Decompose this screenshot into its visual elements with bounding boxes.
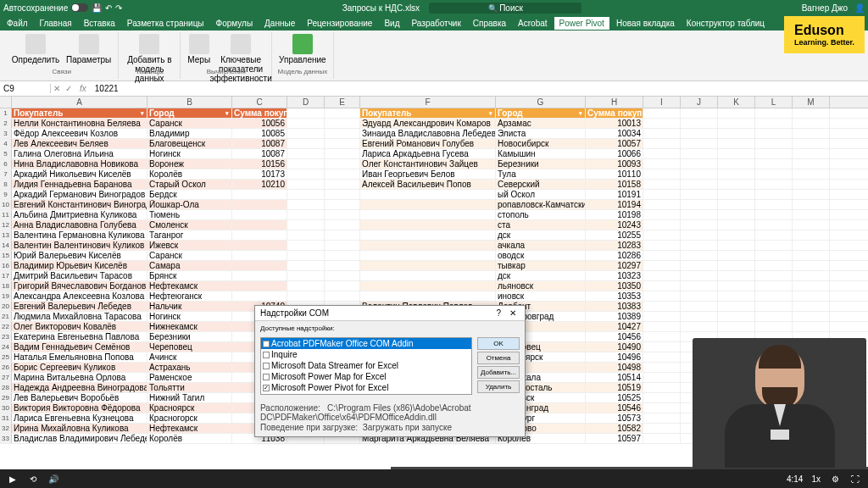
cell[interactable]: 10173 [232,169,287,179]
cell[interactable] [718,261,755,270]
cell[interactable]: Ногинск [147,149,232,158]
cell[interactable]: 10194 [586,200,643,209]
cell[interactable] [360,261,496,270]
cell[interactable]: Нефтекамск [147,281,232,291]
cell[interactable] [325,149,360,158]
cell[interactable] [718,312,755,321]
ribbon-button[interactable]: Ключевые показатели эффективности [215,32,266,85]
cell[interactable] [232,200,287,209]
cell[interactable] [643,363,681,372]
cell[interactable]: Зинаида Владиславовна Лебедева [360,129,496,138]
cell[interactable]: стополь [496,210,586,219]
cell[interactable]: Надежда Андреевна Виноградова [12,383,147,392]
cell[interactable]: 10490 [586,342,643,352]
cell[interactable]: Смоленск [147,220,232,230]
cell[interactable]: Владислав Владимирович Лебедев [12,434,147,443]
cell[interactable]: 10546 [586,403,643,413]
cell[interactable] [718,322,755,331]
cell[interactable] [287,180,325,189]
cell[interactable] [232,230,287,240]
cell[interactable]: Арзамас [496,119,586,128]
cell[interactable] [681,149,718,158]
addin-item[interactable]: Acrobat PDFMaker Office COM Addin [261,338,471,349]
cell[interactable] [793,251,830,260]
cell[interactable] [793,302,830,311]
cell[interactable] [643,281,681,291]
cell[interactable]: Королёв [147,169,232,179]
cell[interactable]: 10057 [586,139,643,148]
cell[interactable] [360,251,496,260]
cell[interactable]: Воронеж [147,159,232,169]
cell[interactable] [643,169,681,179]
cell[interactable]: 10389 [586,312,643,321]
cell[interactable]: 10286 [586,251,643,260]
cell[interactable] [360,210,496,219]
cell[interactable]: 10255 [586,230,643,240]
cell[interactable]: Элиста [496,129,586,138]
column-header[interactable]: L [755,97,793,108]
ribbon-button[interactable]: Управление [277,32,328,66]
cell[interactable] [718,108,755,118]
cell[interactable] [793,139,830,148]
cell[interactable] [325,180,360,189]
column-header[interactable]: G [496,97,586,108]
cell[interactable]: 10353 [586,291,643,301]
cell[interactable] [643,261,681,270]
cell[interactable]: 10383 [586,302,643,311]
cell[interactable]: Березники [147,332,232,341]
cell[interactable]: Альбина Дмитриевна Куликова [12,210,147,219]
menu-tab[interactable]: Главная [35,17,77,30]
cell[interactable] [643,108,681,118]
cell[interactable]: оводск [496,251,586,260]
menu-tab[interactable]: Файл [2,17,33,30]
cell[interactable] [643,230,681,240]
cell[interactable]: 10297 [586,261,643,270]
cell[interactable] [755,312,793,321]
cell[interactable]: Борис Сергеевич Куликов [12,363,147,372]
cell[interactable]: Владимир Юрьевич Киселёв [12,261,147,270]
cell[interactable]: Екатерина Евгеньевна Павлова [12,332,147,341]
cell[interactable]: Таганрог [147,230,232,240]
cell[interactable] [793,108,830,118]
cell[interactable] [643,271,681,280]
cell[interactable] [643,119,681,128]
cell[interactable] [232,210,287,219]
cell[interactable] [643,352,681,362]
cell[interactable] [718,139,755,148]
fullscreen-icon[interactable]: ⛶ [849,473,861,485]
cell[interactable]: Бердск [147,190,232,199]
column-header[interactable]: B [147,97,232,108]
cell[interactable] [681,139,718,148]
cell[interactable]: Евгений Валерьевич Лебедев [12,302,147,311]
menu-tab[interactable]: Разработчик [407,17,466,30]
cell[interactable] [325,200,360,209]
cell[interactable] [360,271,496,280]
cell[interactable] [287,108,325,118]
cell[interactable] [793,271,830,280]
cell[interactable] [681,251,718,260]
cell[interactable] [681,302,718,311]
cell[interactable] [325,230,360,240]
cell[interactable] [643,332,681,341]
cell[interactable] [755,159,793,169]
cell[interactable] [681,169,718,179]
cell[interactable]: Тюмень [147,210,232,219]
cell[interactable]: 10093 [586,159,643,169]
cell[interactable] [793,230,830,240]
column-header[interactable]: A [12,97,147,108]
cell[interactable] [718,291,755,301]
cell[interactable]: Нефтекамск [147,424,232,433]
cell[interactable]: Нелли Константиновна Беляева [12,119,147,128]
cell[interactable]: 10498 [586,363,643,372]
undo-icon[interactable]: ↶ [105,3,112,13]
menu-tab[interactable]: Вставка [79,17,120,30]
close-icon[interactable]: ✕ [506,308,520,318]
cell[interactable] [755,119,793,128]
cell[interactable] [718,220,755,230]
cell[interactable] [681,159,718,169]
column-header[interactable]: H [586,97,643,108]
cell[interactable] [718,159,755,169]
cell[interactable] [681,322,718,331]
cell[interactable] [287,251,325,260]
cell[interactable]: Вадим Геннадьевич Семёнов [12,342,147,352]
